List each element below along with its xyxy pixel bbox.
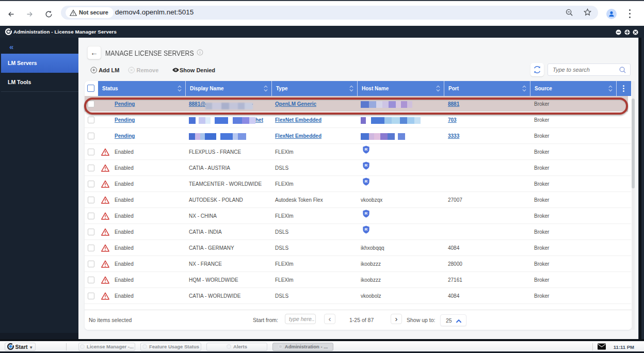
- svg-text:R: R: [365, 179, 368, 184]
- svg-text:R: R: [365, 163, 368, 168]
- svg-text:R: R: [365, 147, 368, 152]
- svg-text:R: R: [365, 227, 368, 232]
- svg-text:R: R: [365, 211, 368, 216]
